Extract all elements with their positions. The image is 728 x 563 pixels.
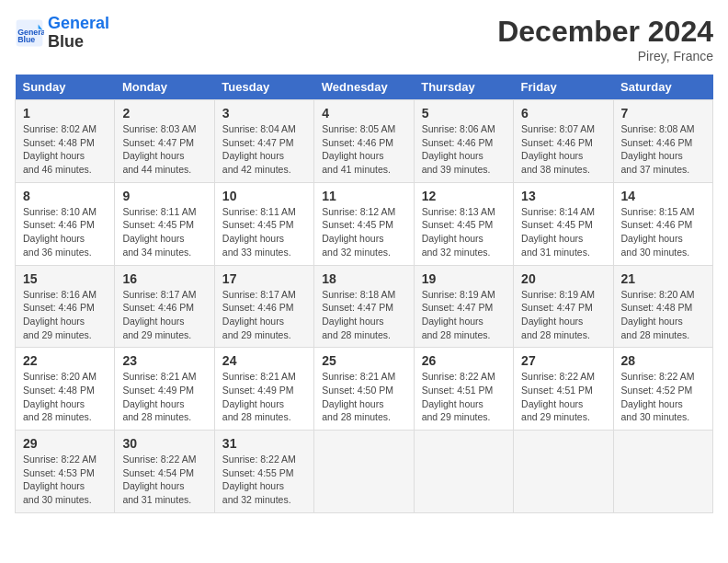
day-number: 13 [521, 189, 605, 203]
day-info: Sunrise: 8:20 AM Sunset: 4:48 PM Dayligh… [621, 288, 705, 342]
cell-week2-day5: 13 Sunrise: 8:14 AM Sunset: 4:45 PM Dayl… [514, 182, 613, 265]
day-info: Sunrise: 8:22 AM Sunset: 4:52 PM Dayligh… [621, 370, 705, 424]
day-number: 19 [422, 271, 506, 286]
cell-week1-day4: 5 Sunrise: 8:06 AM Sunset: 4:46 PM Dayli… [414, 100, 513, 183]
weekday-header-row: SundayMondayTuesdayWednesdayThursdayFrid… [16, 75, 713, 100]
location: Pirey, France [497, 49, 713, 63]
cell-week3-day1: 16 Sunrise: 8:17 AM Sunset: 4:46 PM Dayl… [115, 265, 214, 348]
cell-week4-day0: 22 Sunrise: 8:20 AM Sunset: 4:48 PM Dayl… [16, 348, 115, 431]
day-number: 28 [621, 353, 705, 368]
day-info: Sunrise: 8:05 AM Sunset: 4:46 PM Dayligh… [322, 122, 405, 177]
day-info: Sunrise: 8:11 AM Sunset: 4:45 PM Dayligh… [222, 205, 306, 259]
day-number: 21 [621, 271, 705, 286]
header-monday: Monday [115, 75, 214, 100]
week-row-3: 15 Sunrise: 8:16 AM Sunset: 4:46 PM Dayl… [16, 265, 713, 348]
day-info: Sunrise: 8:21 AM Sunset: 4:49 PM Dayligh… [222, 370, 306, 424]
cell-week4-day1: 23 Sunrise: 8:21 AM Sunset: 4:49 PM Dayl… [115, 348, 214, 431]
day-info: Sunrise: 8:04 AM Sunset: 4:47 PM Dayligh… [222, 122, 306, 177]
day-info: Sunrise: 8:21 AM Sunset: 4:50 PM Dayligh… [322, 370, 405, 424]
cell-week1-day3: 4 Sunrise: 8:05 AM Sunset: 4:46 PM Dayli… [314, 100, 414, 183]
day-number: 5 [422, 106, 506, 121]
day-number: 8 [23, 189, 107, 203]
header-sunday: Sunday [16, 75, 115, 100]
cell-week2-day1: 9 Sunrise: 8:11 AM Sunset: 4:45 PM Dayli… [115, 182, 214, 265]
day-number: 20 [521, 271, 605, 286]
day-info: Sunrise: 8:02 AM Sunset: 4:48 PM Dayligh… [23, 122, 107, 177]
day-number: 12 [422, 189, 506, 203]
header-thursday: Thursday [414, 75, 513, 100]
day-number: 3 [222, 106, 306, 121]
cell-week4-day3: 25 Sunrise: 8:21 AM Sunset: 4:50 PM Dayl… [314, 348, 414, 431]
day-number: 17 [222, 271, 306, 286]
day-number: 16 [122, 271, 206, 286]
day-number: 25 [322, 353, 405, 368]
week-row-4: 22 Sunrise: 8:20 AM Sunset: 4:48 PM Dayl… [16, 348, 713, 431]
calendar-table: SundayMondayTuesdayWednesdayThursdayFrid… [15, 75, 713, 513]
day-info: Sunrise: 8:22 AM Sunset: 4:51 PM Dayligh… [521, 370, 605, 424]
day-info: Sunrise: 8:22 AM Sunset: 4:51 PM Dayligh… [422, 370, 506, 424]
cell-week1-day1: 2 Sunrise: 8:03 AM Sunset: 4:47 PM Dayli… [115, 100, 214, 183]
day-number: 23 [122, 353, 206, 368]
cell-week5-day1: 30 Sunrise: 8:22 AM Sunset: 4:54 PM Dayl… [115, 431, 214, 513]
cell-week4-day2: 24 Sunrise: 8:21 AM Sunset: 4:49 PM Dayl… [214, 348, 313, 431]
header-tuesday: Tuesday [214, 75, 313, 100]
day-info: Sunrise: 8:19 AM Sunset: 4:47 PM Dayligh… [422, 288, 506, 342]
day-number: 24 [222, 353, 306, 368]
cell-week2-day4: 12 Sunrise: 8:13 AM Sunset: 4:45 PM Dayl… [414, 182, 513, 265]
cell-week5-day2: 31 Sunrise: 8:22 AM Sunset: 4:55 PM Dayl… [214, 431, 313, 513]
cell-week2-day6: 14 Sunrise: 8:15 AM Sunset: 4:46 PM Dayl… [613, 182, 712, 265]
cell-week2-day0: 8 Sunrise: 8:10 AM Sunset: 4:46 PM Dayli… [16, 182, 115, 265]
week-row-2: 8 Sunrise: 8:10 AM Sunset: 4:46 PM Dayli… [16, 182, 713, 265]
cell-week4-day5: 27 Sunrise: 8:22 AM Sunset: 4:51 PM Dayl… [514, 348, 613, 431]
cell-week1-day6: 7 Sunrise: 8:08 AM Sunset: 4:46 PM Dayli… [613, 100, 712, 183]
logo: General Blue GeneralBlue [15, 15, 109, 52]
cell-week5-day0: 29 Sunrise: 8:22 AM Sunset: 4:53 PM Dayl… [16, 431, 115, 513]
logo-text: GeneralBlue [48, 15, 109, 52]
day-info: Sunrise: 8:20 AM Sunset: 4:48 PM Dayligh… [23, 370, 107, 424]
day-info: Sunrise: 8:06 AM Sunset: 4:46 PM Dayligh… [422, 122, 506, 177]
page-header: General Blue GeneralBlue December 2024 P… [15, 15, 713, 63]
day-number: 1 [23, 106, 107, 121]
month-title: December 2024 [497, 15, 713, 49]
day-number: 30 [122, 436, 206, 451]
day-number: 22 [23, 353, 107, 368]
day-info: Sunrise: 8:18 AM Sunset: 4:47 PM Dayligh… [322, 288, 405, 342]
day-number: 9 [122, 189, 206, 203]
day-number: 18 [322, 271, 405, 286]
cell-week4-day6: 28 Sunrise: 8:22 AM Sunset: 4:52 PM Dayl… [613, 348, 712, 431]
day-info: Sunrise: 8:03 AM Sunset: 4:47 PM Dayligh… [122, 122, 206, 177]
cell-week1-day5: 6 Sunrise: 8:07 AM Sunset: 4:46 PM Dayli… [514, 100, 613, 183]
day-number: 7 [621, 106, 705, 121]
day-info: Sunrise: 8:08 AM Sunset: 4:46 PM Dayligh… [621, 122, 705, 177]
day-number: 14 [621, 189, 705, 203]
cell-week3-day3: 18 Sunrise: 8:18 AM Sunset: 4:47 PM Dayl… [314, 265, 414, 348]
day-number: 26 [422, 353, 506, 368]
day-number: 10 [222, 189, 306, 203]
day-number: 2 [122, 106, 206, 121]
cell-week5-day3 [314, 431, 414, 513]
header-friday: Friday [514, 75, 613, 100]
day-info: Sunrise: 8:17 AM Sunset: 4:46 PM Dayligh… [222, 288, 306, 342]
day-number: 29 [23, 436, 107, 451]
cell-week2-day2: 10 Sunrise: 8:11 AM Sunset: 4:45 PM Dayl… [214, 182, 313, 265]
cell-week2-day3: 11 Sunrise: 8:12 AM Sunset: 4:45 PM Dayl… [314, 182, 414, 265]
day-number: 27 [521, 353, 605, 368]
day-info: Sunrise: 8:22 AM Sunset: 4:53 PM Dayligh… [23, 453, 107, 507]
cell-week3-day6: 21 Sunrise: 8:20 AM Sunset: 4:48 PM Dayl… [613, 265, 712, 348]
day-info: Sunrise: 8:22 AM Sunset: 4:54 PM Dayligh… [122, 453, 206, 507]
cell-week1-day0: 1 Sunrise: 8:02 AM Sunset: 4:48 PM Dayli… [16, 100, 115, 183]
cell-week1-day2: 3 Sunrise: 8:04 AM Sunset: 4:47 PM Dayli… [214, 100, 313, 183]
day-info: Sunrise: 8:19 AM Sunset: 4:47 PM Dayligh… [521, 288, 605, 342]
cell-week4-day4: 26 Sunrise: 8:22 AM Sunset: 4:51 PM Dayl… [414, 348, 513, 431]
day-info: Sunrise: 8:17 AM Sunset: 4:46 PM Dayligh… [122, 288, 206, 342]
day-info: Sunrise: 8:12 AM Sunset: 4:45 PM Dayligh… [322, 205, 405, 259]
cell-week5-day4 [414, 431, 513, 513]
day-info: Sunrise: 8:22 AM Sunset: 4:55 PM Dayligh… [222, 453, 306, 507]
header-saturday: Saturday [613, 75, 712, 100]
cell-week3-day0: 15 Sunrise: 8:16 AM Sunset: 4:46 PM Dayl… [16, 265, 115, 348]
day-info: Sunrise: 8:21 AM Sunset: 4:49 PM Dayligh… [122, 370, 206, 424]
cell-week3-day2: 17 Sunrise: 8:17 AM Sunset: 4:46 PM Dayl… [214, 265, 313, 348]
day-number: 11 [322, 189, 405, 203]
day-info: Sunrise: 8:15 AM Sunset: 4:46 PM Dayligh… [621, 205, 705, 259]
logo-icon: General Blue [15, 18, 44, 48]
